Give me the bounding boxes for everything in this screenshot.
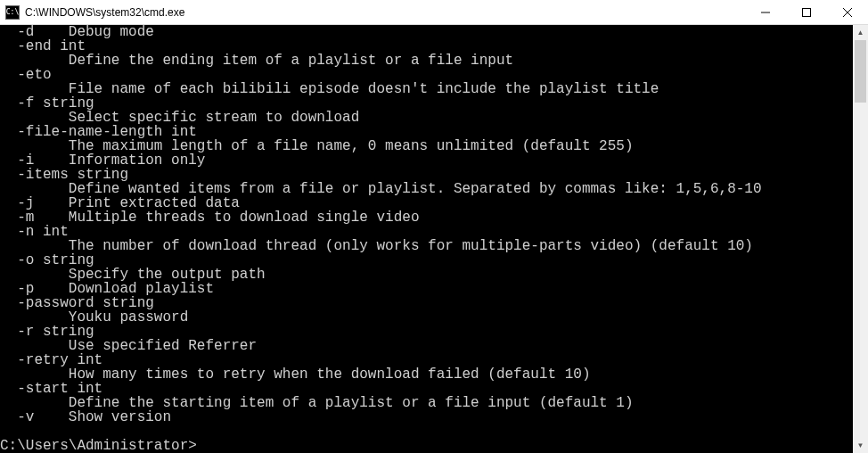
scroll-down-button[interactable]: ▼ bbox=[853, 438, 868, 453]
minimize-button[interactable] bbox=[745, 0, 786, 24]
scroll-track[interactable] bbox=[853, 40, 868, 438]
cmd-icon: C:\ bbox=[5, 5, 20, 20]
maximize-button[interactable] bbox=[786, 0, 827, 24]
scroll-thumb[interactable] bbox=[855, 40, 866, 103]
svg-rect-1 bbox=[803, 8, 811, 16]
window-controls bbox=[745, 0, 868, 24]
scroll-up-button[interactable]: ▲ bbox=[853, 25, 868, 40]
close-button[interactable] bbox=[827, 0, 868, 24]
window-titlebar: C:\ C:\WINDOWS\system32\cmd.exe bbox=[0, 0, 868, 25]
window-title: C:\WINDOWS\system32\cmd.exe bbox=[25, 6, 745, 19]
vertical-scrollbar[interactable]: ▲ ▼ bbox=[853, 25, 868, 453]
client-area: -d Debug mode -end int Define the ending… bbox=[0, 25, 868, 453]
console-output[interactable]: -d Debug mode -end int Define the ending… bbox=[0, 25, 853, 453]
